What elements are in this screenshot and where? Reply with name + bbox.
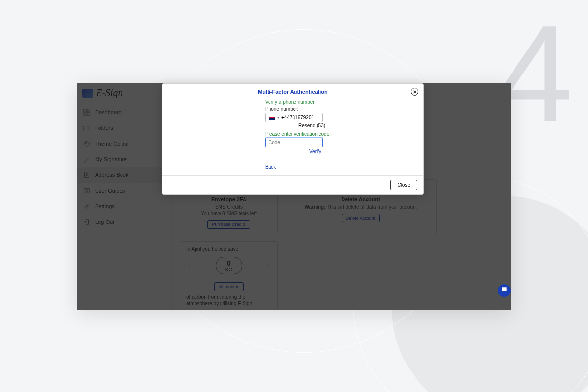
modal-body: Verify a phone number Phone number: ▾ Re… — [162, 98, 423, 175]
close-icon: ✕ — [413, 89, 416, 95]
back-link[interactable]: Back — [265, 164, 276, 170]
resend-countdown[interactable]: Resend (53) — [265, 123, 423, 128]
chat-launcher-button[interactable] — [498, 284, 511, 297]
modal-header: Multi-Factor Authentication ✕ — [162, 84, 423, 98]
country-dropdown-caret-icon[interactable]: ▾ — [277, 115, 279, 120]
phone-number-input[interactable] — [281, 115, 316, 120]
verification-code-input[interactable] — [265, 138, 323, 147]
flag-uk-icon — [269, 115, 275, 120]
verify-link[interactable]: Verify — [265, 149, 321, 154]
verify-phone-heading: Verify a phone number — [265, 99, 423, 105]
code-label: Please enter verification code: — [265, 131, 423, 137]
modal-footer: Close — [162, 175, 423, 194]
close-button[interactable]: Close — [390, 180, 417, 190]
modal-close-button[interactable]: ✕ — [411, 88, 418, 96]
modal-title: Multi-Factor Authentication — [258, 89, 328, 95]
phone-number-label: Phone number: — [265, 106, 298, 112]
mfa-modal: Multi-Factor Authentication ✕ Verify a p… — [162, 83, 424, 195]
chat-icon — [501, 286, 508, 295]
phone-input-group[interactable]: ▾ — [265, 113, 323, 122]
